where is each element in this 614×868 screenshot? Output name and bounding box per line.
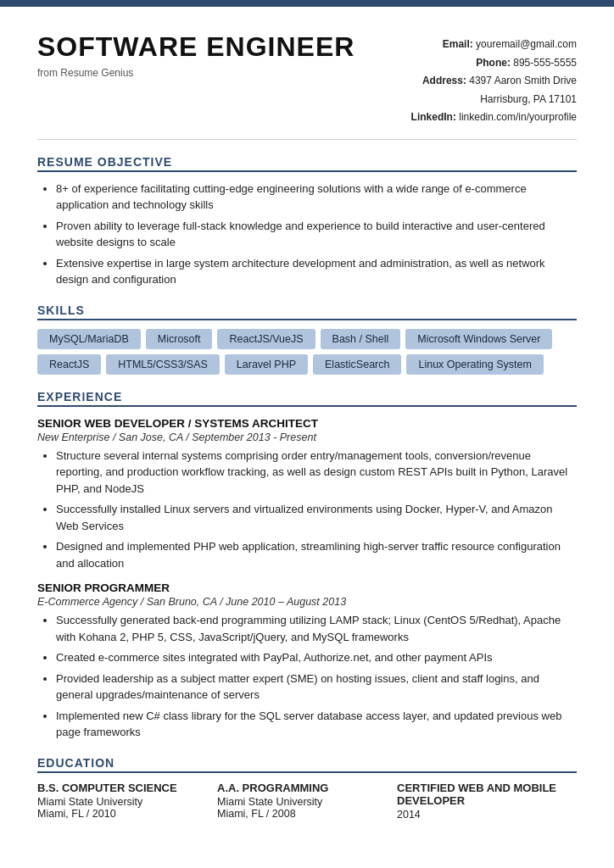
- skill-tag: ReactJS/VueJS: [217, 329, 315, 349]
- objective-list: 8+ of experience facilitating cutting-ed…: [37, 181, 577, 288]
- linkedin-value: linkedin.com/in/yourprofile: [459, 111, 577, 123]
- header: SOFTWARE ENGINEER from Resume Genius Ema…: [37, 32, 577, 127]
- job-company-1: New Enterprise / San Jose, CA / Septembe…: [37, 431, 577, 443]
- skills-grid: MySQL/MariaDB Microsoft ReactJS/VueJS Ba…: [37, 329, 577, 375]
- top-bar: [0, 0, 614, 7]
- job-title-2: SENIOR PROGRAMMER: [37, 581, 577, 594]
- phone-label: Phone:: [476, 57, 511, 69]
- address-line: Address: 4397 Aaron Smith Drive Harrisbu…: [411, 72, 577, 108]
- skill-tag: ElasticSearch: [313, 354, 401, 375]
- education-grid: B.S. COMPUTER SCIENCE Miami State Univer…: [37, 782, 577, 821]
- skill-tag: HTML5/CSS3/SAS: [106, 354, 220, 375]
- contact-info: Email: youremail@gmail.com Phone: 895-55…: [411, 36, 577, 127]
- list-item: 8+ of experience facilitating cutting-ed…: [56, 181, 577, 214]
- edu-school-2: Miami State University: [217, 796, 397, 808]
- skill-tag: Linux Operating System: [406, 354, 543, 375]
- edu-col-1: B.S. COMPUTER SCIENCE Miami State Univer…: [37, 782, 217, 821]
- linkedin-label: LinkedIn:: [411, 111, 456, 123]
- page-container: SOFTWARE ENGINEER from Resume Genius Ema…: [0, 7, 614, 854]
- phone-value: 895-555-5555: [513, 57, 577, 69]
- skills-section-title: SKILLS: [37, 303, 577, 320]
- list-item: Provided leadership as a subject matter …: [56, 670, 577, 704]
- edu-location-3: 2014: [397, 809, 577, 821]
- skill-tag: Microsoft: [146, 329, 213, 349]
- list-item: Structure several internal systems compr…: [56, 448, 577, 498]
- job-title-1: SENIOR WEB DEVELOPER / SYSTEMS ARCHITECT: [37, 417, 577, 430]
- header-subtitle: from Resume Genius: [37, 67, 354, 79]
- list-item: Implemented new C# class library for the…: [56, 708, 577, 741]
- edu-location-1: Miami, FL / 2010: [37, 808, 217, 820]
- email-value: youremail@gmail.com: [476, 38, 577, 50]
- skill-tag: Microsoft Windows Server: [405, 329, 552, 349]
- email-line: Email: youremail@gmail.com: [411, 36, 577, 54]
- header-divider: [37, 139, 577, 140]
- edu-location-2: Miami, FL / 2008: [217, 808, 397, 820]
- list-item: Created e-commerce sites integrated with…: [56, 649, 577, 666]
- list-item: Proven ability to leverage full-stack kn…: [56, 218, 577, 251]
- email-label: Email:: [443, 38, 473, 50]
- list-item: Successfully generated back-end programm…: [56, 612, 577, 645]
- skill-tag: Laravel PHP: [225, 354, 308, 375]
- address-label: Address:: [422, 75, 466, 86]
- list-item: Extensive expertise in large system arch…: [56, 255, 577, 288]
- edu-col-3: CERTIFIED WEB AND MOBILE DEVELOPER 2014: [397, 782, 577, 821]
- objective-section-title: RESUME OBJECTIVE: [37, 155, 577, 172]
- linkedin-line: LinkedIn: linkedin.com/in/yourprofile: [411, 108, 577, 127]
- edu-degree-2: A.A. PROGRAMMING: [217, 782, 397, 794]
- address-value1: 4397 Aaron Smith Drive: [469, 75, 577, 86]
- skill-tag: Bash / Shell: [321, 329, 401, 349]
- job-title: SOFTWARE ENGINEER: [37, 32, 354, 62]
- edu-school-1: Miami State University: [37, 796, 217, 808]
- edu-degree-1: B.S. COMPUTER SCIENCE: [37, 782, 217, 794]
- list-item: Successfully installed Linux servers and…: [56, 501, 577, 534]
- experience-section-title: EXPERIENCE: [37, 390, 577, 407]
- exp-list-2: Successfully generated back-end programm…: [37, 612, 577, 741]
- edu-degree-3: CERTIFIED WEB AND MOBILE DEVELOPER: [397, 782, 577, 807]
- job-company-2: E-Commerce Agency / San Bruno, CA / June…: [37, 596, 577, 608]
- list-item: Designed and implemented PHP web applica…: [56, 538, 577, 571]
- skill-tag: MySQL/MariaDB: [37, 329, 141, 349]
- edu-col-2: A.A. PROGRAMMING Miami State University …: [217, 782, 397, 821]
- header-left: SOFTWARE ENGINEER from Resume Genius: [37, 32, 354, 79]
- phone-line: Phone: 895-555-5555: [411, 54, 577, 73]
- education-section-title: EDUCATION: [37, 756, 577, 773]
- address-value2: Harrisburg, PA 17101: [480, 93, 577, 105]
- exp-list-1: Structure several internal systems compr…: [37, 448, 577, 572]
- skill-tag: ReactJS: [37, 354, 101, 375]
